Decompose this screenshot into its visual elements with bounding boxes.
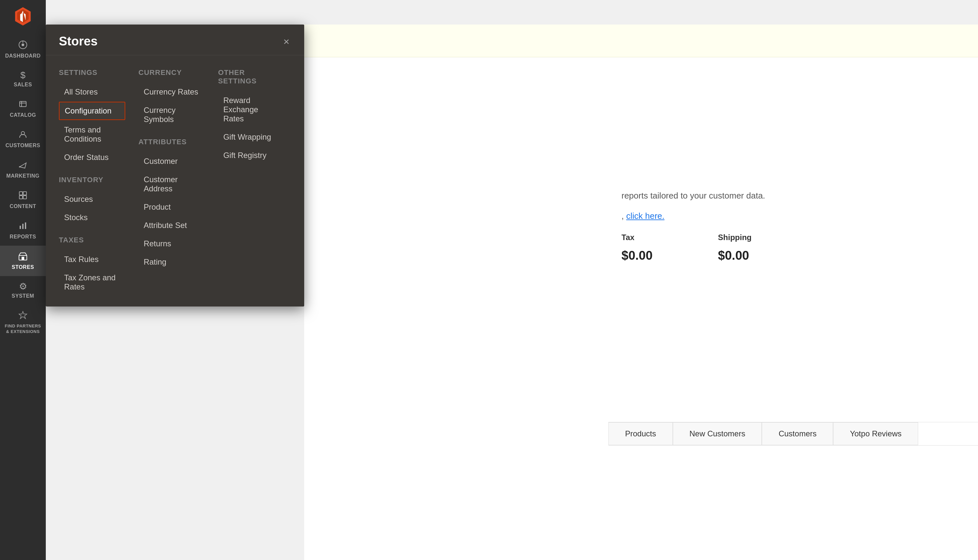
svg-marker-22 xyxy=(19,312,27,318)
taxes-heading: Taxes xyxy=(59,236,125,244)
sidebar-item-stores[interactable]: STORES xyxy=(0,246,46,276)
magento-logo-icon xyxy=(13,7,33,26)
svg-point-5 xyxy=(22,43,24,46)
menu-order-status[interactable]: Order Status xyxy=(59,149,125,166)
tax-amount: Tax $0.00 xyxy=(621,230,653,267)
attributes-section: Attributes Customer Customer Address Pro… xyxy=(138,138,205,270)
menu-customer-attr[interactable]: Customer xyxy=(138,153,205,170)
svg-rect-17 xyxy=(20,226,21,229)
catalog-icon xyxy=(18,100,27,110)
menu-currency-symbols[interactable]: Currency Symbols xyxy=(138,102,205,128)
shipping-label: Shipping xyxy=(718,230,751,244)
sidebar-item-dashboard-label: DASHBOARD xyxy=(5,53,41,59)
sidebar-item-catalog-label: CATALOG xyxy=(10,112,36,118)
svg-rect-7 xyxy=(20,102,26,107)
system-icon: ⚙ xyxy=(19,282,27,291)
sidebar-item-reports[interactable]: REPORTS xyxy=(0,215,46,246)
menu-gift-registry[interactable]: Gift Registry xyxy=(218,147,285,164)
menu-all-stores[interactable]: All Stores xyxy=(59,83,125,100)
tax-value: $0.00 xyxy=(621,244,653,267)
tab-products[interactable]: Products xyxy=(608,422,673,445)
find-partners-icon xyxy=(18,311,27,322)
menu-tax-rules[interactable]: Tax Rules xyxy=(59,251,125,268)
sidebar-item-find-partners[interactable]: FIND PARTNERS & EXTENSIONS xyxy=(0,305,46,340)
taxes-section: Taxes Tax Rules Tax Zones and Rates xyxy=(59,236,125,295)
menu-attribute-set[interactable]: Attribute Set xyxy=(138,217,205,234)
svg-rect-18 xyxy=(22,224,23,229)
sidebar-item-system[interactable]: ⚙ SYSTEM xyxy=(0,276,46,305)
menu-configuration[interactable]: Configuration xyxy=(59,102,125,120)
menu-gift-wrapping[interactable]: Gift Wrapping xyxy=(218,128,285,145)
reports-icon xyxy=(18,221,27,232)
yellow-banner xyxy=(304,25,978,57)
menu-reward-exchange-rates[interactable]: Reward Exchange Rates xyxy=(218,92,285,127)
tab-new-customers[interactable]: New Customers xyxy=(673,422,762,445)
sidebar-item-marketing[interactable]: MARKETING xyxy=(0,154,46,185)
dashboard-icon xyxy=(18,40,27,51)
svg-point-12 xyxy=(19,166,20,167)
menu-returns-attr[interactable]: Returns xyxy=(138,235,205,252)
link-text: , click here. xyxy=(621,208,965,224)
menu-tax-zones-rates[interactable]: Tax Zones and Rates xyxy=(59,269,125,295)
svg-rect-21 xyxy=(22,257,24,260)
sidebar-item-dashboard[interactable]: DASHBOARD xyxy=(0,34,46,65)
inventory-heading: Inventory xyxy=(59,176,125,184)
sidebar-item-content-label: CONTENT xyxy=(10,203,36,209)
stores-modal: Stores × Settings All Stores Configurati… xyxy=(46,25,304,307)
sidebar-item-sales-label: SALES xyxy=(14,82,32,88)
settings-column: Settings All Stores Configuration Terms … xyxy=(59,65,132,297)
menu-rating-attr[interactable]: Rating xyxy=(138,253,205,270)
other-settings-column: Other Settings Reward Exchange Rates Gif… xyxy=(212,65,291,297)
shipping-amount: Shipping $0.00 xyxy=(718,230,751,267)
menu-product-attr[interactable]: Product xyxy=(138,198,205,215)
other-settings-heading: Other Settings xyxy=(218,68,285,85)
svg-rect-16 xyxy=(23,196,27,199)
inventory-section: Inventory Sources Stocks xyxy=(59,176,125,226)
settings-heading: Settings xyxy=(59,68,125,77)
menu-terms-conditions[interactable]: Terms and Conditions xyxy=(59,122,125,148)
currency-column: Currency Currency Rates Currency Symbols… xyxy=(132,65,211,297)
sidebar-logo xyxy=(10,3,36,30)
menu-stocks[interactable]: Stocks xyxy=(59,209,125,226)
tab-customers[interactable]: Customers xyxy=(762,422,833,445)
sidebar-item-content[interactable]: CONTENT xyxy=(0,185,46,215)
menu-currency-rates[interactable]: Currency Rates xyxy=(138,83,205,100)
shipping-value: $0.00 xyxy=(718,244,751,267)
sidebar-item-customers-label: CUSTOMERS xyxy=(5,143,40,148)
currency-heading: Currency xyxy=(138,68,205,77)
modal-title: Stores xyxy=(59,34,97,48)
sidebar-item-stores-label: STORES xyxy=(12,264,34,270)
stores-icon xyxy=(18,252,27,262)
menu-customer-address-attr[interactable]: Customer Address xyxy=(138,171,205,197)
svg-marker-11 xyxy=(20,163,26,168)
tab-bar: Products New Customers Customers Yotpo R… xyxy=(608,422,978,445)
amounts-row: Tax $0.00 Shipping $0.00 xyxy=(621,230,965,267)
sidebar-item-reports-label: REPORTS xyxy=(10,234,36,240)
svg-rect-19 xyxy=(25,222,26,229)
modal-body: Settings All Stores Configuration Terms … xyxy=(46,55,304,307)
description-text: reports tailored to your customer data. xyxy=(621,188,965,203)
content-icon xyxy=(18,191,27,202)
sidebar-item-customers[interactable]: CUSTOMERS xyxy=(0,124,46,154)
tab-yotpo-reviews[interactable]: Yotpo Reviews xyxy=(833,422,918,445)
marketing-icon xyxy=(18,160,27,171)
sidebar-item-sales[interactable]: $ SALES xyxy=(0,65,46,93)
attributes-heading: Attributes xyxy=(138,138,205,146)
modal-header: Stores × xyxy=(46,25,304,55)
sidebar-item-catalog[interactable]: CATALOG xyxy=(0,93,46,124)
sidebar-item-find-partners-label: FIND PARTNERS & EXTENSIONS xyxy=(3,323,43,335)
menu-sources[interactable]: Sources xyxy=(59,191,125,208)
here-link[interactable]: click here. xyxy=(626,211,664,221)
sidebar: DASHBOARD $ SALES CATALOG CUSTOMERS xyxy=(0,0,46,560)
sidebar-item-system-label: SYSTEM xyxy=(12,293,34,299)
sidebar-item-marketing-label: MARKETING xyxy=(6,173,39,179)
modal-close-button[interactable]: × xyxy=(282,35,291,48)
content-area: reports tailored to your customer data. … xyxy=(304,57,978,560)
customers-icon xyxy=(18,130,27,141)
tax-label: Tax xyxy=(621,230,653,244)
background-text: reports tailored to your customer data. … xyxy=(608,178,978,277)
svg-rect-14 xyxy=(23,192,27,195)
svg-rect-13 xyxy=(19,192,23,195)
svg-rect-15 xyxy=(19,196,23,199)
sales-icon: $ xyxy=(20,71,25,80)
